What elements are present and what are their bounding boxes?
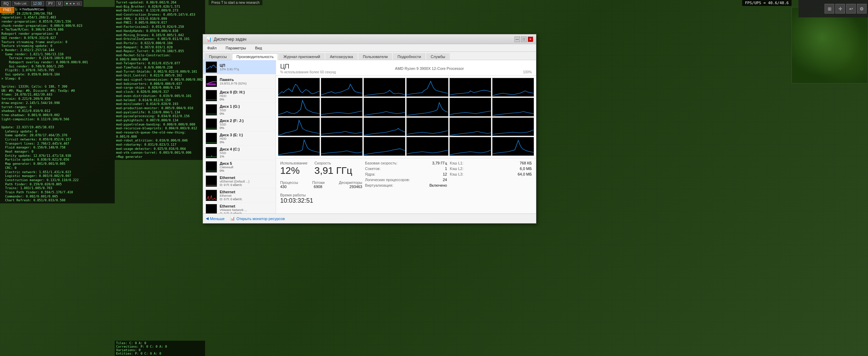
tab-app-log[interactable]: Журнал приложений <box>279 53 325 60</box>
ethernet-vmware-nav-item[interactable]: Ethernet VMware Network ... О: 0 П: 0 кб… <box>203 203 276 213</box>
ethernet-vmware-item-name: Ethernet <box>220 204 273 208</box>
menu-view[interactable]: Вид <box>253 45 264 51</box>
disk1-item-value: 0% <box>220 112 273 115</box>
disk1-mini-graph <box>206 105 217 115</box>
disk2-nav-item[interactable]: Диск 2 (F: J:) SSD 0% <box>203 117 276 131</box>
disk3-mini-graph <box>206 134 217 143</box>
cpu-detail-panel: ЦП % использования более 60 секунд AMD R… <box>276 60 536 213</box>
memory-item-name: Память <box>220 78 273 82</box>
cpu-model: AMD Ryzen 9 3900X 12-Core Processor <box>395 66 464 71</box>
minimize-icon: ◀ <box>206 216 209 221</box>
ethernet-vmware-mini-graph <box>206 205 217 213</box>
memory-mini-graph <box>206 76 217 86</box>
cpu-item-subname: 12% 3,91 ГГц <box>220 67 273 71</box>
todo-list-button[interactable]: Todo List <box>12 1 29 6</box>
disk4-nav-item[interactable]: Диск 4 (C:) SSD 1% <box>203 146 276 160</box>
ethernet-veth-item-name: Ethernet <box>220 176 273 180</box>
tab-processes[interactable]: Процессы <box>204 53 231 60</box>
close-window-btn[interactable]: ✕ <box>528 37 533 42</box>
speed-label: Скорость <box>315 161 352 165</box>
disk3-nav-item[interactable]: Диск 3 (E: I:) HDD 0% <box>203 131 276 146</box>
press-t-label: Press T to start a new research <box>209 0 262 5</box>
usage-value: 12% <box>280 165 308 176</box>
tab-autostart[interactable]: Автозагрузка <box>325 53 358 60</box>
ethernet-vmware-item-subname: VMware Network ... <box>220 208 273 212</box>
u-button[interactable]: U <box>56 1 63 6</box>
disk0-nav-item[interactable]: Диск 0 (D: H:) HDD 0% <box>203 89 276 103</box>
memory-nav-item[interactable]: Память 19,8/31,9 ГБ (62%) <box>203 74 276 89</box>
py-button[interactable]: PY <box>46 1 55 6</box>
performance-left-panel: ЦП 12% 3,91 ГГц Память 19,8/31,9 ГБ (62%… <box>203 60 276 213</box>
l1-cache-label: Кэш L1: <box>450 161 463 165</box>
open-monitor-btn[interactable]: 📊 Открыть монитор ресурсов <box>230 216 285 221</box>
cpu-core-12 <box>278 118 320 136</box>
cpu-core-14 <box>364 118 405 136</box>
l1-cache-value: 768 КБ <box>520 161 532 165</box>
threads-value: 6908 <box>314 185 322 189</box>
tm-button[interactable]: + Tm/Sum/R/Con: <box>17 7 47 12</box>
svg-rect-0 <box>207 83 216 86</box>
cpu-nav-item[interactable]: ЦП 12% 3,91 ГГц <box>203 60 276 74</box>
cpu-mini-graph <box>206 62 217 72</box>
monitor-label: Открыть монитор ресурсов <box>236 217 285 221</box>
ethernet-active-nav-item[interactable]: Ethernet Ethernet О: 0 П: 0 кбит/с <box>203 188 276 203</box>
logical-processors-label: Логических процессоров: <box>365 178 410 182</box>
disk1-nav-item[interactable]: Диск 1 (G:) SSD 0% <box>203 103 276 117</box>
cpu-stats-panel: Использование 12% Скорость 3,91 ГГц Проц… <box>276 158 536 213</box>
descriptors-value: 293463 <box>349 185 362 189</box>
menu-params[interactable]: Параметры <box>224 45 248 51</box>
cpu-core-13 <box>321 118 363 136</box>
tab-details[interactable]: Подробности <box>393 53 425 60</box>
disk2-item-name: Диск 2 (F: J:) <box>220 119 273 123</box>
rq-button[interactable]: RQ <box>1 1 11 6</box>
disk0-item-name: Диск 0 (D: H:) <box>220 90 273 94</box>
menu-file[interactable]: Файл <box>205 45 219 51</box>
tab-users[interactable]: Пользователи <box>358 53 392 60</box>
disk5-item-subname: Сменный <box>220 165 273 169</box>
ethernet-veth-item-subname: vEthernet (Default ...) <box>220 180 273 183</box>
cpu-core-4 <box>449 78 491 97</box>
cpu-core-3 <box>406 78 448 97</box>
descriptors-label: Дескрипторы <box>339 180 362 185</box>
cpu-core-15 <box>406 118 448 136</box>
tab-services[interactable]: Службы <box>426 53 450 60</box>
cpu-item-name: ЦП <box>220 63 273 67</box>
cpu-core-16 <box>449 118 491 136</box>
stats-col-2: Базовая скорость: 3,79 ГГц Сокетов: 1 Яд… <box>365 161 447 211</box>
minimize-window-btn[interactable]: — <box>514 37 520 42</box>
disk5-item-value: 0% <box>220 169 273 172</box>
cpu-core-0 <box>278 78 320 97</box>
ethernet-veth-item-value: О: 0 П: 0 кбит/с <box>220 183 273 187</box>
usage-label: Использование <box>280 161 308 165</box>
task-manager-menubar: Файл Параметры Вид <box>203 44 536 52</box>
maximize-window-btn[interactable]: □ <box>521 37 527 42</box>
map-info-overlay: Tiles: C: 0 A: 0 Corrections: P: 0 C: 0 … <box>115 341 205 356</box>
disk5-nav-item[interactable]: Диск 5 Сменный 0% <box>203 160 276 174</box>
disk5-mini-graph <box>206 162 217 172</box>
memory-item-subname: 19,8/31,9 ГБ (62%) <box>220 82 273 85</box>
minimize-btn[interactable]: ◀ Меньше <box>206 216 225 221</box>
sockets-value: 1 <box>445 167 447 171</box>
cores-value: 12 <box>443 172 447 176</box>
speed-value: 3,91 ГГц <box>315 165 352 176</box>
disk4-item-subname: SSD <box>220 151 273 155</box>
cpu-core-22 <box>449 137 491 156</box>
ethernet-active-item-name: Ethernet <box>220 190 273 194</box>
cpu-core-6 <box>278 98 320 116</box>
fnei-button[interactable]: FNEI <box>0 7 14 13</box>
disk4-item-value: 1% <box>220 155 273 158</box>
tab-performance[interactable]: Производительность <box>232 53 278 60</box>
cpu-section-title: ЦП <box>280 63 336 70</box>
task-manager-title: Диспетчер задач <box>214 37 246 42</box>
ethernet-vethernet-nav-item[interactable]: Ethernet vEthernet (Default ...) О: 0 П:… <box>203 174 276 188</box>
minimize-label: Меньше <box>210 217 225 221</box>
l2-cache-value: 6,0 МБ <box>520 167 532 171</box>
sockets-label: Сокетов: <box>365 167 381 171</box>
disk3-item-subname: HDD <box>220 137 273 140</box>
minimap <box>792 7 868 83</box>
disk2-item-subname: SSD <box>220 123 273 126</box>
processes-label: Процессы <box>280 180 298 185</box>
disk0-item-value: 0% <box>220 98 273 101</box>
virtualization-value: Включено <box>429 183 447 187</box>
cpu-core-18 <box>278 137 320 156</box>
